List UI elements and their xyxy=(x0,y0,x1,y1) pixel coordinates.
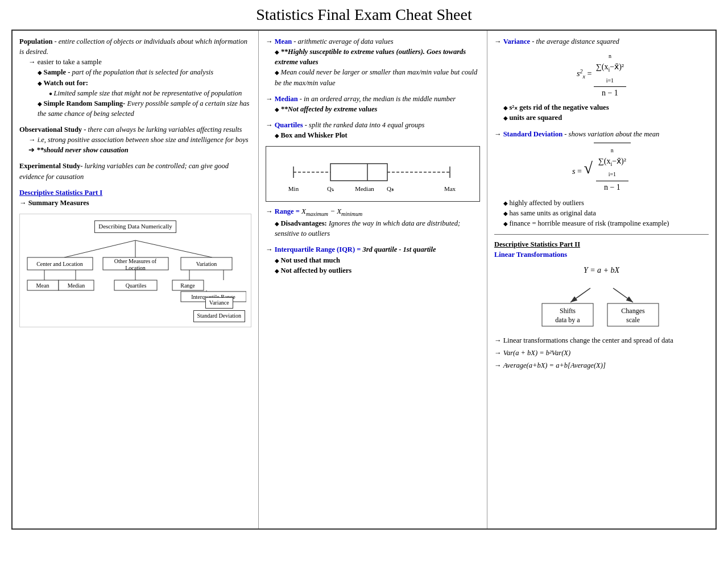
svg-text:Median: Median xyxy=(68,282,85,289)
srs-title: Simple Random Sampling- xyxy=(44,99,126,107)
mean-title: Mean xyxy=(275,38,292,45)
obs-def: there can always be lurking variables af… xyxy=(88,126,242,134)
exp-title: Experimental Study- xyxy=(19,162,82,170)
range-formula: Xmaximum − Xminimum xyxy=(301,207,362,215)
svg-text:Q₁: Q₁ xyxy=(327,185,334,192)
svg-text:Min: Min xyxy=(288,185,299,192)
obs-caution: **should never show causation xyxy=(28,145,251,155)
iqr-bullet1: Not used that much xyxy=(281,256,341,264)
mean-bullet1: **Highly susceptible to extreme values (… xyxy=(275,48,466,66)
column-1: Population - entire collection of object… xyxy=(13,31,259,528)
median-bullet: **Not affected by extreme values xyxy=(281,105,378,113)
svg-text:Q₃: Q₃ xyxy=(387,185,394,192)
variance-def: the average distance squared xyxy=(536,38,619,45)
svg-text:Other Measures of: Other Measures of xyxy=(114,258,157,264)
iqr-bullet2: Not affected by outliers xyxy=(281,267,352,274)
svg-line-2 xyxy=(135,240,212,257)
sample-def: part of the population that is selected … xyxy=(72,68,214,76)
summary-label: Summary Measures xyxy=(28,199,89,207)
sd-bullet2: has same units as original data xyxy=(510,209,596,217)
median-title: Median xyxy=(275,95,298,103)
column-2: Mean - arithmetic average of data values… xyxy=(259,31,487,528)
variance-formula: s2x = n ∑(xi−x̄)² i=1 n − 1 xyxy=(494,50,709,99)
svg-line-39 xyxy=(613,288,633,302)
population-title: Population xyxy=(19,38,52,45)
median-def: in an ordered array, the median is the m… xyxy=(304,95,456,103)
box-whisker-svg: Min Q₁ Median Q₃ Max xyxy=(276,152,470,198)
sd-bullet1: highly affected by outliers xyxy=(510,199,584,207)
svg-text:scale: scale xyxy=(626,316,640,324)
svg-text:Quartiles: Quartiles xyxy=(126,282,147,289)
svg-line-38 xyxy=(570,288,590,302)
svg-text:Shifts: Shifts xyxy=(559,307,575,315)
lt3: Average(a+bX) = a+b[Average(X)] xyxy=(503,361,606,369)
tree-variance-box: Variance xyxy=(205,297,233,309)
quartiles-def: split the ranked data into 4 equal group… xyxy=(309,121,424,129)
sd-def: shows variation about the mean xyxy=(569,130,660,138)
svg-rect-29 xyxy=(330,164,387,181)
tree-diagram: Describing Data Numerically Center and L… xyxy=(19,214,251,327)
sd-bullet3: finance = horrible measure of risk (tram… xyxy=(510,219,669,227)
linear-title: Linear Transformations xyxy=(494,251,567,259)
svg-text:Variation: Variation xyxy=(196,261,217,267)
tree-svg: Center and Location Other Measures of Lo… xyxy=(24,235,246,303)
population-def: entire collection of objects or individu… xyxy=(19,38,247,56)
watchout-label: Watch out for: xyxy=(44,79,88,87)
sd-title: Standard Deviation xyxy=(503,130,563,138)
lt1: Linear transformations change the center… xyxy=(503,336,673,344)
variance-title: Variance xyxy=(503,38,530,45)
svg-text:Mean: Mean xyxy=(36,282,49,289)
range-disadv-label: Disadvantages: xyxy=(281,219,327,227)
svg-text:Range: Range xyxy=(180,282,195,289)
svg-line-0 xyxy=(64,240,135,257)
column-3: Variance - the average distance squared … xyxy=(487,31,715,528)
page-title: Statistics Final Exam Cheat Sheet xyxy=(11,6,717,24)
svg-text:Changes: Changes xyxy=(621,307,645,315)
linear-diagram: Y = a + bX Shifts data by a xyxy=(494,265,709,331)
svg-text:data by a: data by a xyxy=(555,316,580,324)
variance-bullet2: units are squared xyxy=(510,114,562,122)
variance-bullet1: s²ₓ gets rid of the negative values xyxy=(510,103,609,111)
mean-def: arithmetic average of data values xyxy=(298,38,394,45)
desc2-title: Descriptive Statistics Part II xyxy=(494,240,580,248)
tree-root-box: Describing Data Numerically xyxy=(94,220,176,233)
svg-text:Max: Max xyxy=(444,185,456,192)
desc-stats-link[interactable]: Descriptive Statistics Part I xyxy=(19,189,102,197)
lt2: Var(a + bX) = b²Var(X) xyxy=(503,349,571,357)
linear-eq: Y = a + bX xyxy=(584,265,619,276)
iqr-title: Interquartile Range (IQR) = xyxy=(275,245,361,253)
box-whisker-diagram: Min Q₁ Median Q₃ Max xyxy=(266,146,480,202)
sd-formula: s = √ n ∑(xi−x̄)² i=1 n − 1 xyxy=(494,143,709,194)
range-title: Range = xyxy=(275,207,300,215)
obs-ie: i.e, strong positive association between… xyxy=(28,135,251,145)
svg-text:Center and Location: Center and Location xyxy=(36,261,83,267)
sample-title: Sample - xyxy=(44,68,71,76)
quartiles-title: Quartiles xyxy=(275,121,303,129)
box-whisker-label: Box and Whisker Plot xyxy=(281,131,348,139)
svg-text:Median: Median xyxy=(355,185,374,192)
linear-transform-svg: Shifts data by a Changes scale xyxy=(539,280,664,331)
mean-bullet2: Mean could never be larger or smaller th… xyxy=(275,68,477,86)
iqr-def: 3rd quartile - 1st quartile xyxy=(362,245,436,253)
obs-title: Observational Study - xyxy=(19,126,86,134)
tree-sd-box: Standard Deviation xyxy=(193,310,245,322)
easier-text: easier to take a sample xyxy=(28,57,251,67)
limited-sample-text: Limited sample size that might not be re… xyxy=(54,89,242,97)
